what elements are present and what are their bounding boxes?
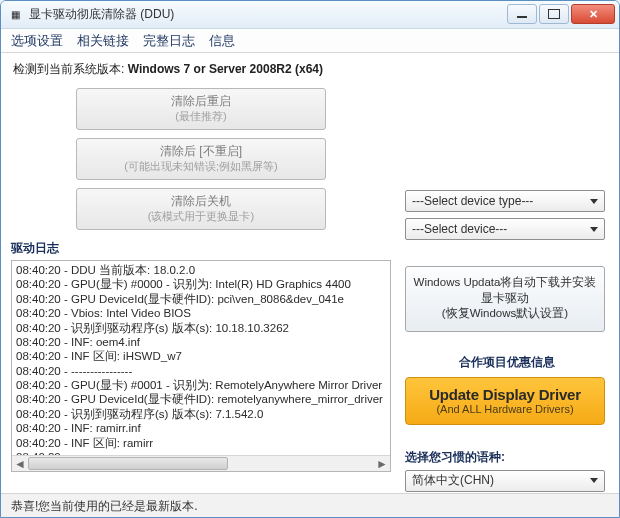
wu-line2: (恢复Windows默认设置) [412, 306, 598, 322]
log-line: 08:40:20 - 识别到驱动程序(s) 版本(s): 10.18.10.32… [16, 321, 386, 335]
titlebar: ▦ 显卡驱动彻底清除器 (DDU) [1, 1, 619, 29]
status-bar: 恭喜!您当前使用的已经是最新版本. [1, 493, 619, 517]
log-line: 08:40:20 - INF 区间: iHSWD_w7 [16, 349, 386, 363]
clean-shutdown-label: 清除后关机 [77, 193, 325, 209]
language-value: 简体中文(CHN) [412, 472, 494, 489]
clean-shutdown-sub: (该模式用于更换显卡) [77, 209, 325, 224]
log-line: 08:40:20 - GPU(显卡) #0001 - 识别为: Remotely… [16, 378, 386, 392]
clean-restart-button[interactable]: 清除后重启 (最佳推荐) [76, 88, 326, 130]
chevron-down-icon [590, 199, 598, 204]
update-display-driver-button[interactable]: Update Display Driver (And ALL Hardware … [405, 377, 605, 425]
orange-line1: Update Display Driver [412, 386, 598, 403]
scroll-thumb[interactable] [28, 457, 228, 470]
window-title: 显卡驱动彻底清除器 (DDU) [29, 6, 174, 23]
log-hscrollbar[interactable]: ◄ ► [12, 455, 390, 471]
clean-norestart-label: 清除后 [不重启] [77, 143, 325, 159]
menu-fulllog[interactable]: 完整日志 [143, 32, 195, 50]
scroll-left-arrow-icon[interactable]: ◄ [12, 456, 28, 471]
wu-line1: Windows Updata将自动下载并安装显卡驱动 [412, 275, 598, 306]
log-lines[interactable]: 08:40:20 - DDU 当前版本: 18.0.2.008:40:20 - … [12, 261, 390, 457]
window-controls [507, 4, 615, 24]
maximize-button[interactable] [539, 4, 569, 24]
clean-norestart-button[interactable]: 清除后 [不重启] (可能出现未知错误;例如黑屏等) [76, 138, 326, 180]
chevron-down-icon [590, 478, 598, 483]
log-line: 08:40:20 - INF: ramirr.inf [16, 421, 386, 435]
app-icon: ▦ [7, 7, 23, 23]
log-line: 08:40:20 - GPU(显卡) #0000 - 识别为: Intel(R)… [16, 277, 386, 291]
right-spacer [405, 84, 609, 190]
log-line: 08:40:20 - INF 区间: ramirr [16, 436, 386, 450]
scroll-right-arrow-icon[interactable]: ► [374, 456, 390, 471]
right-column: ---Select device type--- ---Select devic… [405, 84, 609, 498]
system-detected-line: 检测到当前系统版本: Windows 7 or Server 2008R2 (x… [11, 57, 609, 84]
content-area: 检测到当前系统版本: Windows 7 or Server 2008R2 (x… [1, 53, 619, 498]
system-value: Windows 7 or Server 2008R2 (x64) [128, 62, 323, 76]
device-select[interactable]: ---Select device--- [405, 218, 605, 240]
log-section-label: 驱动日志 [11, 238, 391, 260]
log-line: 08:40:20 - ---------------- [16, 364, 386, 378]
menubar: 选项设置 相关链接 完整日志 信息 [1, 29, 619, 53]
clean-shutdown-button[interactable]: 清除后关机 (该模式用于更换显卡) [76, 188, 326, 230]
log-line: 08:40:20 - GPU DeviceId(显卡硬件ID): remotel… [16, 392, 386, 406]
device-type-value: ---Select device type--- [412, 194, 533, 208]
chevron-down-icon [590, 227, 598, 232]
partner-section-label: 合作项目优惠信息 [405, 354, 609, 371]
log-line: 08:40:20 - DDU 当前版本: 18.0.2.0 [16, 263, 386, 277]
menu-links[interactable]: 相关链接 [77, 32, 129, 50]
clean-restart-label: 清除后重启 [77, 93, 325, 109]
log-line: 08:40:20 - GPU DeviceId(显卡硬件ID): pci\ven… [16, 292, 386, 306]
close-button[interactable] [571, 4, 615, 24]
scroll-track[interactable] [28, 456, 374, 471]
clean-norestart-sub: (可能出现未知错误;例如黑屏等) [77, 159, 325, 174]
log-line: 08:40:20 - INF: oem4.inf [16, 335, 386, 349]
minimize-button[interactable] [507, 4, 537, 24]
windows-update-button[interactable]: Windows Updata将自动下载并安装显卡驱动 (恢复Windows默认设… [405, 266, 605, 332]
menu-options[interactable]: 选项设置 [11, 32, 63, 50]
clean-restart-sub: (最佳推荐) [77, 109, 325, 124]
status-text: 恭喜!您当前使用的已经是最新版本. [11, 499, 198, 513]
device-type-select[interactable]: ---Select device type--- [405, 190, 605, 212]
app-window: ▦ 显卡驱动彻底清除器 (DDU) 选项设置 相关链接 完整日志 信息 检测到当… [0, 0, 620, 518]
columns: 清除后重启 (最佳推荐) 清除后 [不重启] (可能出现未知错误;例如黑屏等) … [11, 84, 609, 498]
device-value: ---Select device--- [412, 222, 507, 236]
language-label: 选择您习惯的语种: [405, 449, 609, 466]
system-prefix: 检测到当前系统版本: [13, 62, 124, 76]
log-line: 08:40:20 - 识别到驱动程序(s) 版本(s): 7.1.542.0 [16, 407, 386, 421]
orange-line2: (And ALL Hardware Drivers) [412, 403, 598, 415]
log-line: 08:40:20 - Vbios: Intel Video BIOS [16, 306, 386, 320]
menu-info[interactable]: 信息 [209, 32, 235, 50]
log-box: 08:40:20 - DDU 当前版本: 18.0.2.008:40:20 - … [11, 260, 391, 472]
left-column: 清除后重启 (最佳推荐) 清除后 [不重启] (可能出现未知错误;例如黑屏等) … [11, 84, 391, 498]
language-select[interactable]: 简体中文(CHN) [405, 470, 605, 492]
